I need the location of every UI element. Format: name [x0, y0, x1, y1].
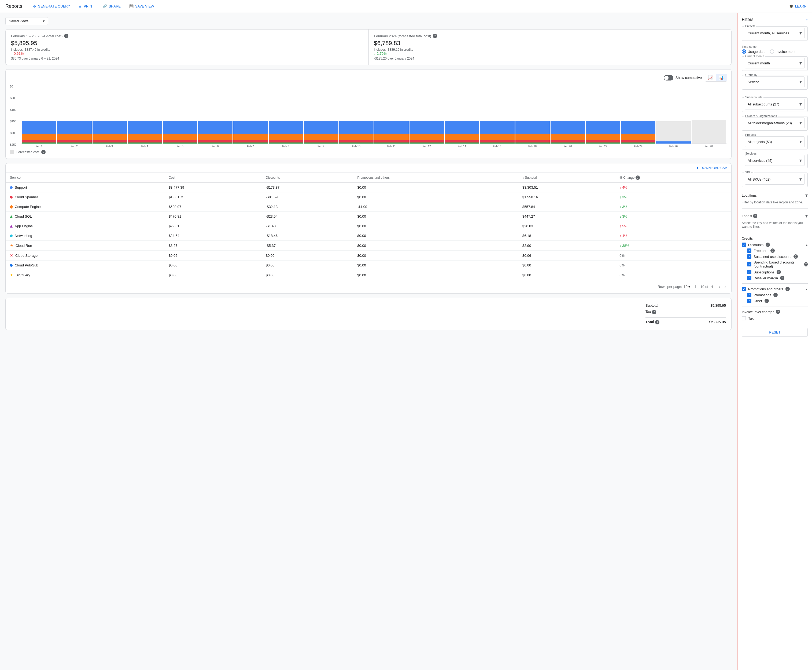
reseller-margin-checkbox[interactable] [747, 276, 751, 280]
table-row: Cloud SQL$470.81-$23.54$0.00$447.27↓ 3% [6, 212, 731, 222]
next-page-button[interactable]: › [723, 283, 727, 291]
current-month-dropdown[interactable]: Current month ▾ [745, 58, 805, 68]
bar-segment [656, 121, 690, 141]
folders-orgs-dropdown[interactable]: All folders/organizations (28) ▾ [745, 118, 805, 128]
subtotal-cell: $1,550.16 [518, 192, 615, 202]
reseller-margin-checkbox-row: Reseller margin ? [742, 276, 808, 280]
discounts-cell: -$32.13 [262, 202, 353, 212]
radio-invoice-month[interactable]: Invoice month [770, 49, 797, 54]
promotions-help-icon[interactable]: ? [773, 293, 778, 297]
discounts-collapse-icon[interactable]: ▴ [806, 243, 808, 247]
bar-chart-button[interactable]: 📊 [716, 74, 727, 81]
bar-segment [57, 121, 91, 134]
bar-segment [550, 140, 585, 143]
services-dropdown[interactable]: All services (45) ▾ [745, 155, 805, 166]
x-axis-label: Feb 10 [339, 145, 373, 148]
tax-checkbox[interactable] [742, 316, 746, 320]
stats-card-current-title: February 1 – 26, 2024 (total cost) ? [11, 34, 363, 38]
learn-button[interactable]: 🎓 LEARN [789, 4, 807, 8]
skus-group: SKUs All SKUs (402) ▾ [742, 173, 808, 187]
bar-segment [410, 142, 444, 144]
total-help-icon[interactable]: ? [655, 320, 659, 325]
forecast-help-icon[interactable]: ? [41, 150, 46, 154]
bar-segment [57, 134, 91, 140]
reseller-margin-help-icon[interactable]: ? [780, 276, 784, 280]
generate-query-button[interactable]: ⚙ GENERATE QUERY [31, 3, 72, 9]
promotions-and-others-checkbox[interactable] [742, 287, 746, 291]
group-by-dropdown[interactable]: Service ▾ [745, 76, 805, 87]
bar-group [233, 85, 268, 144]
saved-views-dropdown[interactable]: Saved views ▾ [5, 17, 48, 25]
line-chart-button[interactable]: 📈 [705, 74, 716, 81]
filters-collapse-icon[interactable]: » [805, 17, 808, 22]
folders-orgs-chevron: ▾ [799, 120, 802, 126]
group-by-chevron: ▾ [799, 79, 802, 85]
show-cumulative-toggle[interactable]: Show cumulative [664, 75, 702, 81]
discounts-cell: $0.00 [262, 261, 353, 270]
change-help-icon[interactable]: ? [636, 176, 640, 180]
bar-segment [374, 140, 409, 143]
prev-page-button[interactable]: ‹ [717, 283, 721, 291]
subaccounts-dropdown[interactable]: All subaccounts (27) ▾ [745, 99, 805, 110]
change-cell: 0% [615, 261, 731, 270]
locations-expand[interactable]: Locations ▾ [742, 191, 808, 200]
free-tiers-help-icon[interactable]: ? [770, 249, 775, 253]
toggle-switch[interactable] [664, 75, 674, 81]
reset-button[interactable]: RESET [742, 328, 808, 337]
bar-segment [128, 121, 162, 134]
spending-based-help-icon[interactable]: ? [804, 262, 808, 266]
tax-help-icon[interactable]: ? [652, 310, 656, 314]
projects-dropdown[interactable]: All projects (53) ▾ [745, 136, 805, 147]
labels-help-icon[interactable]: ? [753, 214, 757, 218]
chart-type-buttons: 📈 📊 [705, 74, 727, 81]
save-view-button[interactable]: 💾 SAVE VIEW [127, 3, 156, 9]
service-icon: ★ [10, 273, 14, 277]
skus-chevron: ▾ [799, 176, 802, 182]
radio-usage-date[interactable]: Usage date [742, 49, 766, 54]
labels-expand[interactable]: Labels ? ▾ [742, 212, 808, 220]
bar-segment [128, 134, 162, 140]
promos-cell: $0.00 [353, 212, 518, 222]
promos-cell: $0.00 [353, 241, 518, 250]
spending-based-checkbox[interactable] [747, 262, 751, 266]
bar-segment [93, 140, 127, 143]
bar-segment [586, 121, 620, 134]
bar-segment [163, 142, 198, 144]
share-button[interactable]: 🔗 SHARE [101, 3, 123, 9]
presets-dropdown[interactable]: Current month, all services ▾ [745, 28, 805, 38]
subscriptions-checkbox-row: Subscriptions ? [742, 270, 808, 274]
download-csv-button[interactable]: ⬇ DOWNLOAD CSV [696, 166, 727, 170]
table-row: Support$3,477.39-$173.87$0.00$3,303.51↑ … [6, 183, 731, 192]
skus-dropdown[interactable]: All SKUs (402) ▾ [745, 174, 805, 184]
stats-card-forecast-title: February 2024 (forecasted total cost) ? [374, 34, 726, 38]
col-subtotal[interactable]: ↓ Subtotal [518, 173, 615, 183]
summary-total: Total ? $5,895.95 [645, 317, 726, 326]
table-section: ⬇ DOWNLOAD CSV Service Cost Discounts Pr… [5, 163, 731, 294]
print-button[interactable]: 🖨 PRINT [76, 3, 96, 9]
sustained-use-checkbox[interactable] [747, 254, 751, 259]
other-checkbox[interactable] [747, 299, 751, 303]
discounts-help-icon[interactable]: ? [766, 242, 770, 247]
subscriptions-checkbox[interactable] [747, 270, 751, 274]
discounts-checkbox[interactable] [742, 242, 746, 247]
table-row: Networking$24.64-$18.46$0.00$6.18↑ 4% [6, 231, 731, 241]
table-row: Cloud Spanner$1,631.75-$81.59$0.00$1,550… [6, 192, 731, 202]
invoice-charges-help-icon[interactable]: ? [776, 310, 780, 314]
other-help-icon[interactable]: ? [765, 299, 769, 303]
stats-card-current-value: $5,895.95 [11, 40, 363, 47]
help-icon-2[interactable]: ? [433, 34, 437, 38]
bar-group [93, 85, 127, 144]
change-cell: ↑ 4% [615, 231, 731, 241]
service-icon [10, 225, 13, 228]
bar-segment [445, 121, 479, 134]
col-change[interactable]: % Change ? [615, 173, 731, 183]
free-tiers-checkbox[interactable] [747, 249, 751, 253]
subscriptions-help-icon[interactable]: ? [777, 270, 781, 274]
promotions-collapse-icon[interactable]: ▴ [806, 287, 808, 291]
promotions-and-others-help-icon[interactable]: ? [785, 287, 790, 291]
x-axis-label: Feb 22 [586, 145, 620, 148]
help-icon[interactable]: ? [64, 34, 68, 38]
bar-segment [269, 140, 303, 143]
promotions-checkbox[interactable] [747, 293, 751, 297]
sustained-use-help-icon[interactable]: ? [793, 254, 798, 259]
